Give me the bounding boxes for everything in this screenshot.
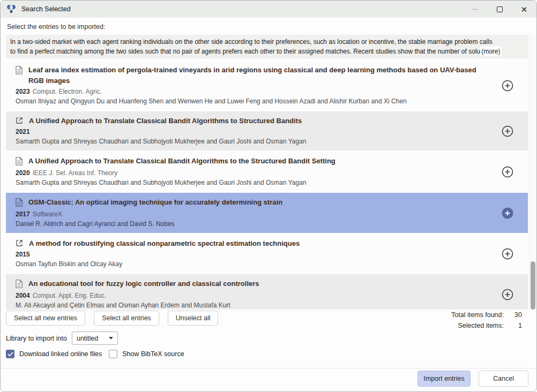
library-selected-option: untitled (77, 335, 98, 342)
entry-year: 2020 (16, 169, 30, 177)
summary: Total items found: 30 Selected items: 1 (451, 311, 522, 333)
search-selected-dialog: { "window": { "title": "Search Selected"… (0, 0, 537, 392)
entry-authors: Samarth Gupta and Shreyas Chaudhari and … (16, 178, 494, 187)
file-icon (16, 157, 23, 168)
entry-row[interactable]: Leaf area index estimation of pergola-tr… (6, 61, 528, 110)
entry-row[interactable]: A Unified Approach to Translate Classica… (6, 111, 528, 150)
close-icon: ✕ (521, 5, 528, 13)
entry-authors: Osman Ilniyaz and Qingyun Du and Huanfen… (16, 97, 494, 106)
plus-circle-icon (501, 247, 514, 261)
entry-list: Leaf area index estimation of pergola-tr… (1, 61, 537, 310)
select-all-entries-button[interactable]: Select all entries (94, 311, 159, 326)
total-items-label: Total items found: (451, 311, 504, 319)
entry-row-selected[interactable]: OSM-Classic: An optical imaging techniqu… (6, 193, 528, 233)
plus-circle-icon (501, 206, 514, 220)
maximize-icon (497, 6, 503, 12)
entry-journal: SoftwareX (33, 210, 62, 218)
entry-journal: IEEE J. Sel. Areas Inf. Theory (33, 169, 118, 177)
entry-authors: Osman Tayfun Biskin and Olcay Akay (16, 260, 494, 269)
instruction-label: Select the entries to be imported: (7, 23, 105, 31)
add-entry-button[interactable] (500, 287, 515, 302)
chevron-down-icon (109, 337, 113, 340)
selection-actions: Select all new entries Select all entrie… (6, 311, 218, 326)
show-bibtex-checkbox[interactable] (109, 350, 117, 358)
plus-circle-icon (501, 124, 514, 138)
entry-row[interactable]: An educational tool for fuzzy logic cont… (6, 274, 528, 310)
file-icon (16, 66, 23, 77)
abstract-line1: In a two-sided market with each agent ra… (10, 37, 524, 47)
entry-year: 2023 (16, 88, 30, 95)
footer-divider (1, 368, 536, 368)
entry-title: A Unified Approach to Translate Classica… (28, 156, 335, 167)
library-label: Library to import into (6, 335, 67, 342)
entry-title: OSM-Classic: An optical imaging techniqu… (28, 197, 282, 208)
titlebar: Search Selected ✕ (1, 1, 536, 18)
external-link-icon (16, 239, 23, 249)
add-entry-button[interactable] (500, 164, 515, 179)
entry-title: Leaf area index estimation of pergola-tr… (28, 65, 494, 86)
window-title: Search Selected (21, 5, 71, 13)
minimize-icon (472, 9, 478, 10)
options-row: Download linked online files Show BibTeX… (6, 350, 184, 358)
entry-year: 2017 (16, 210, 30, 218)
import-entries-button[interactable]: Import entries (417, 371, 471, 387)
add-entry-button[interactable] (500, 78, 515, 93)
window-controls: ✕ (463, 1, 536, 18)
unselect-all-button[interactable]: Unselect all (168, 311, 219, 326)
selected-items-label: Selected items: (458, 322, 504, 329)
entry-authors: Samarth Gupta and Shreyas Chaudhari and … (16, 137, 494, 146)
entry-year: 2021 (16, 128, 30, 135)
add-entry-button[interactable] (500, 124, 515, 139)
entry-journal: Comput. Appl. Eng. Educ. (33, 292, 106, 299)
vertical-scrollbar[interactable] (529, 34, 536, 310)
check-icon (8, 352, 13, 357)
file-icon (16, 198, 23, 209)
show-bibtex-label: Show BibTeX source (122, 350, 184, 358)
plus-circle-icon (501, 165, 514, 179)
selected-items-value: 1 (504, 322, 522, 329)
download-files-label: Download linked online files (19, 350, 102, 358)
entry-journal: Comput. Electron. Agric. (33, 88, 102, 95)
minimize-button[interactable] (463, 1, 487, 18)
entry-year: 2015 (16, 251, 30, 258)
library-selector-row: Library to import into untitled (6, 331, 118, 345)
scrollbar-thumb[interactable] (531, 261, 535, 310)
plus-circle-icon (501, 288, 514, 301)
entry-row[interactable]: A Unified Approach to Translate Classica… (6, 152, 528, 192)
entry-title: An educational tool for fuzzy logic cont… (28, 278, 259, 289)
maximize-button[interactable] (487, 1, 512, 18)
add-entry-button[interactable] (500, 206, 515, 221)
entry-title: A Unified Approach to Translate Classica… (29, 116, 302, 126)
entry-year: 2004 (16, 292, 30, 299)
footer-buttons: Import entries Cancel (417, 371, 528, 387)
external-link-icon (16, 117, 23, 126)
select-all-new-entries-button[interactable]: Select all new entries (6, 311, 85, 326)
file-icon (16, 280, 23, 290)
add-entry-button[interactable] (500, 246, 515, 261)
plus-circle-icon (501, 79, 514, 93)
close-button[interactable]: ✕ (512, 1, 536, 18)
total-items-value: 30 (504, 311, 522, 319)
download-files-checkbox[interactable] (6, 350, 14, 358)
entry-authors: M. Ali Akcayol and Çetin Elmas and Osman… (16, 301, 494, 310)
entry-authors: Daniel R. Aldrich and Cagri Ayranci and … (16, 220, 494, 229)
entry-row[interactable]: A method for robustifying classical nonp… (6, 234, 528, 273)
entry-title: A method for robustifying classical nonp… (29, 238, 300, 249)
cancel-button[interactable]: Cancel (479, 371, 528, 387)
jabref-logo-icon (6, 4, 17, 14)
abstract-line2: to find a perfect matching among the two… (10, 47, 480, 56)
more-link[interactable]: (more) (480, 47, 501, 56)
library-select[interactable]: untitled (72, 331, 118, 345)
abstract-preview: In a two-sided market with each agent ra… (6, 35, 528, 58)
